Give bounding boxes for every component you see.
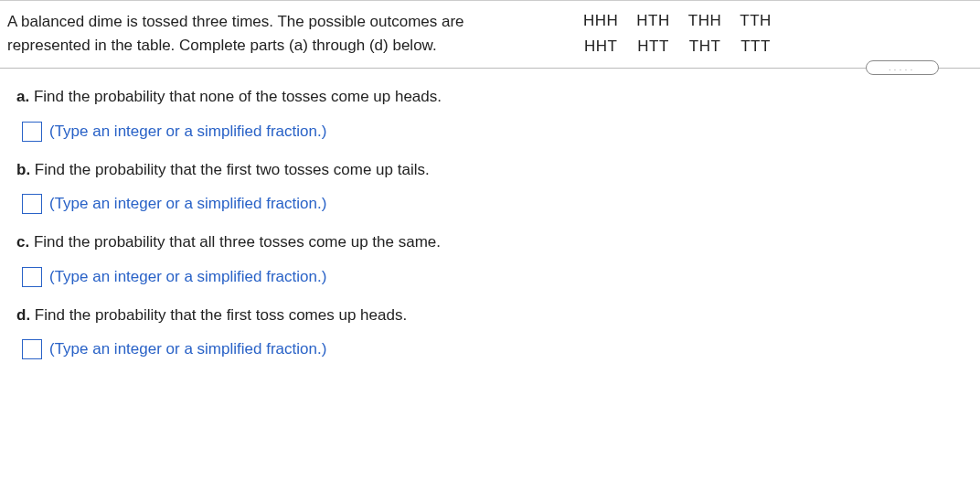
answer-input-c[interactable] xyxy=(22,267,42,287)
outcome-cell: TTT xyxy=(740,37,772,56)
question-d-body: Find the probability that the first toss… xyxy=(35,306,407,324)
question-a-body: Find the probability that none of the to… xyxy=(34,88,442,105)
answer-input-a[interactable] xyxy=(22,122,42,142)
outcome-cell: HHT xyxy=(583,37,618,56)
question-b-body: Find the probability that the first two … xyxy=(35,161,430,178)
question-d-label: d. xyxy=(16,306,30,324)
question-c-label: c. xyxy=(16,233,29,251)
answer-row-b: (Type an integer or a simplified fractio… xyxy=(22,194,964,214)
question-c-text: c. Find the probability that all three t… xyxy=(16,230,964,254)
question-a-label: a. xyxy=(16,88,29,105)
answer-input-b[interactable] xyxy=(22,194,42,214)
answer-row-d: (Type an integer or a simplified fractio… xyxy=(22,339,964,359)
header-section: A balanced dime is tossed three times. T… xyxy=(0,1,980,68)
question-d: d. Find the probability that the first t… xyxy=(16,304,964,360)
answer-row-a: (Type an integer or a simplified fractio… xyxy=(22,122,964,142)
problem-description: A balanced dime is tossed three times. T… xyxy=(7,10,528,57)
answer-row-c: (Type an integer or a simplified fractio… xyxy=(22,267,964,287)
hint-b: (Type an integer or a simplified fractio… xyxy=(49,195,326,213)
outcome-cell: HTH xyxy=(636,12,669,30)
divider: ..... xyxy=(0,68,980,69)
question-b-text: b. Find the probability that the first t… xyxy=(16,158,964,182)
question-b: b. Find the probability that the first t… xyxy=(16,158,964,215)
question-a-text: a. Find the probability that none of the… xyxy=(16,85,964,109)
question-c: c. Find the probability that all three t… xyxy=(16,230,964,287)
outcome-cell: THH xyxy=(688,12,721,30)
answer-input-d[interactable] xyxy=(22,339,42,359)
hint-a: (Type an integer or a simplified fractio… xyxy=(49,123,326,141)
hint-c: (Type an integer or a simplified fractio… xyxy=(49,268,326,286)
outcome-cell: HTT xyxy=(636,37,669,56)
more-options-pill[interactable]: ..... xyxy=(866,60,939,75)
outcome-cell: THT xyxy=(688,37,721,56)
questions-container: a. Find the probability that none of the… xyxy=(0,69,980,385)
question-b-label: b. xyxy=(16,161,30,178)
hint-d: (Type an integer or a simplified fractio… xyxy=(49,340,326,358)
outcomes-table: HHH HTH THH TTH HHT HTT THT TTT xyxy=(583,10,772,56)
question-d-text: d. Find the probability that the first t… xyxy=(16,304,964,327)
question-c-body: Find the probability that all three toss… xyxy=(34,233,441,251)
outcome-cell: HHH xyxy=(583,12,618,30)
outcome-cell: TTH xyxy=(740,12,772,30)
question-a: a. Find the probability that none of the… xyxy=(16,85,964,142)
